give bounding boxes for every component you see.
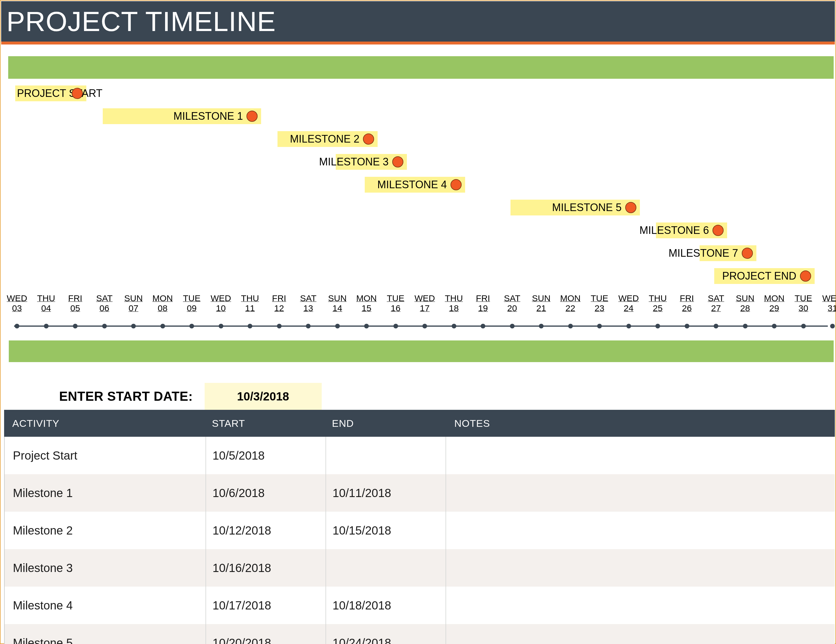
axis-tick: FRI26 bbox=[673, 293, 701, 313]
chart-top-band bbox=[8, 56, 834, 79]
header-bar: PROJECT TIMELINE bbox=[1, 1, 835, 42]
header-activity: ACTIVITY bbox=[4, 418, 206, 429]
milestone-label: MILESTONE 6 bbox=[640, 224, 709, 237]
axis-tick-dot bbox=[219, 324, 223, 329]
cell-end[interactable]: 10/15/2018 bbox=[326, 512, 446, 549]
gantt-plot: PROJECT STARTMILESTONE 1MILESTONE 2MILES… bbox=[2, 85, 834, 293]
axis-tick-dot bbox=[539, 324, 544, 329]
axis-tick: FRI05 bbox=[61, 293, 89, 313]
page-title: PROJECT TIMELINE bbox=[7, 6, 276, 38]
milestone-bar[interactable]: MILESTONE 4 bbox=[365, 177, 465, 193]
milestone-label: MILESTONE 3 bbox=[319, 156, 389, 168]
axis-tick: WED24 bbox=[615, 293, 643, 313]
axis-tick: THU04 bbox=[32, 293, 60, 313]
cell-end[interactable]: 10/18/2018 bbox=[326, 587, 446, 624]
axis-tick: THU25 bbox=[644, 293, 672, 313]
cell-notes[interactable] bbox=[446, 437, 835, 474]
cell-notes[interactable] bbox=[446, 512, 835, 549]
milestone-label: PROJECT END bbox=[722, 270, 796, 282]
cell-notes[interactable] bbox=[446, 474, 835, 512]
milestone-bar[interactable]: PROJECT END bbox=[714, 268, 815, 284]
table-row[interactable]: Milestone 310/16/2018 bbox=[4, 549, 835, 587]
cell-activity[interactable]: Milestone 3 bbox=[5, 549, 206, 587]
axis-tick: WED31 bbox=[818, 293, 836, 313]
axis-tick: TUE16 bbox=[382, 293, 410, 313]
cell-activity[interactable]: Project Start bbox=[5, 437, 206, 474]
axis-tick: WED10 bbox=[207, 293, 235, 313]
table-row[interactable]: Project Start10/5/2018 bbox=[4, 437, 835, 474]
axis-tick-dot bbox=[248, 324, 252, 329]
cell-activity[interactable]: Milestone 1 bbox=[5, 474, 206, 512]
axis-tick: WED17 bbox=[411, 293, 439, 313]
time-axis: WED03THU04FRI05SAT06SUN07MON08TUE09WED10… bbox=[2, 293, 834, 337]
milestone-bar[interactable]: PROJECT START bbox=[15, 85, 87, 101]
cell-start[interactable]: 10/16/2018 bbox=[206, 549, 326, 587]
axis-tick: SUN07 bbox=[119, 293, 147, 313]
cell-activity[interactable]: Milestone 2 bbox=[5, 512, 206, 549]
milestone-dot-icon bbox=[742, 248, 753, 259]
cell-notes[interactable] bbox=[446, 549, 835, 587]
cell-end[interactable] bbox=[326, 437, 446, 474]
axis-tick: SAT27 bbox=[702, 293, 730, 313]
milestone-bar[interactable]: MILESTONE 5 bbox=[511, 199, 640, 216]
milestone-label: PROJECT START bbox=[17, 87, 103, 100]
axis-tick: TUE23 bbox=[585, 293, 614, 313]
axis-line bbox=[14, 325, 828, 327]
header-end: END bbox=[325, 418, 446, 429]
table-header-row: ACTIVITY START END NOTES bbox=[4, 410, 835, 437]
milestone-bar[interactable]: MILESTONE 3 bbox=[336, 154, 407, 170]
axis-tick: TUE09 bbox=[178, 293, 206, 313]
axis-tick-dot bbox=[801, 324, 806, 329]
milestone-dot-icon bbox=[451, 179, 462, 190]
milestone-label: MILESTONE 7 bbox=[669, 247, 738, 259]
cell-start[interactable]: 10/17/2018 bbox=[206, 587, 326, 624]
cell-start[interactable]: 10/12/2018 bbox=[206, 512, 326, 549]
axis-tick-dot bbox=[772, 324, 777, 329]
milestone-bar[interactable]: MILESTONE 6 bbox=[656, 222, 727, 238]
axis-tick: WED03 bbox=[3, 293, 31, 313]
milestone-label: MILESTONE 2 bbox=[290, 133, 359, 145]
table-row[interactable]: Milestone 510/20/201810/24/2018 bbox=[4, 624, 835, 644]
cell-end[interactable] bbox=[326, 549, 446, 587]
header-accent-rule bbox=[1, 42, 835, 44]
cell-end[interactable]: 10/11/2018 bbox=[326, 474, 446, 512]
table-row[interactable]: Milestone 210/12/201810/15/2018 bbox=[4, 512, 835, 549]
header-start: START bbox=[206, 418, 325, 429]
axis-tick-dot bbox=[481, 324, 485, 329]
cell-start[interactable]: 10/20/2018 bbox=[206, 624, 326, 644]
cell-activity[interactable]: Milestone 5 bbox=[5, 624, 206, 644]
chart-bottom-band bbox=[9, 340, 834, 362]
axis-tick-dot bbox=[189, 324, 194, 329]
axis-tick: SUN21 bbox=[527, 293, 555, 313]
axis-tick-dot bbox=[655, 324, 660, 329]
header-notes: NOTES bbox=[446, 418, 835, 429]
milestone-bar[interactable]: MILESTONE 1 bbox=[103, 108, 261, 124]
axis-tick: THU11 bbox=[236, 293, 264, 313]
milestone-bar[interactable]: MILESTONE 2 bbox=[278, 131, 378, 147]
axis-tick-dot bbox=[830, 324, 835, 329]
axis-tick-dot bbox=[306, 324, 310, 329]
cell-activity[interactable]: Milestone 4 bbox=[5, 587, 206, 624]
cell-end[interactable]: 10/24/2018 bbox=[326, 624, 446, 644]
axis-tick: SUN28 bbox=[731, 293, 759, 313]
table-row[interactable]: Milestone 110/6/201810/11/2018 bbox=[4, 474, 835, 512]
cell-start[interactable]: 10/6/2018 bbox=[206, 474, 326, 512]
milestone-dot-icon bbox=[712, 225, 723, 236]
axis-tick-dot bbox=[394, 324, 398, 329]
start-date-input[interactable]: 10/3/2018 bbox=[205, 383, 322, 410]
cell-notes[interactable] bbox=[446, 587, 835, 624]
milestone-bar[interactable]: MILESTONE 7 bbox=[700, 245, 756, 261]
axis-tick: SAT13 bbox=[294, 293, 322, 313]
axis-tick-dot bbox=[102, 324, 107, 329]
table-row[interactable]: Milestone 410/17/201810/18/2018 bbox=[4, 587, 835, 624]
milestone-dot-icon bbox=[247, 111, 258, 122]
cell-notes[interactable] bbox=[446, 624, 835, 644]
axis-tick-dot bbox=[568, 324, 573, 329]
axis-tick: SAT06 bbox=[90, 293, 119, 313]
axis-tick-dot bbox=[743, 324, 748, 329]
cell-start[interactable]: 10/5/2018 bbox=[206, 437, 326, 474]
axis-tick-dot bbox=[510, 324, 514, 329]
axis-tick: SAT20 bbox=[498, 293, 526, 313]
milestone-label: MILESTONE 4 bbox=[377, 178, 447, 191]
milestone-dot-icon bbox=[625, 202, 636, 213]
